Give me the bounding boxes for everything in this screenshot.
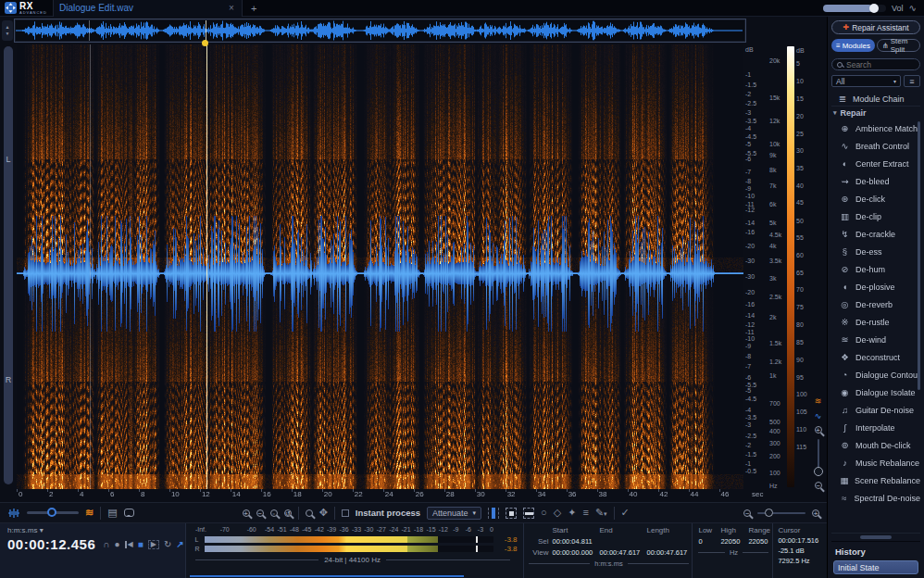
search-input[interactable]	[846, 60, 911, 69]
h-zoom-out-icon[interactable]: −	[743, 509, 751, 517]
annotations-icon[interactable]	[124, 509, 134, 517]
history-item[interactable]: Initial State	[833, 560, 918, 574]
module-item-breath-control[interactable]: ∿Breath Control	[831, 137, 920, 155]
wave-spectrogram-blend-slider[interactable]	[27, 511, 79, 514]
module-item-de-crackle[interactable]: ↯De-crackle	[831, 225, 920, 243]
waveform-blend-icon[interactable]	[7, 508, 20, 519]
module-item-ambience-match[interactable]: ⊕Ambience Match	[831, 119, 920, 137]
zoom-out-icon[interactable]: −	[256, 509, 264, 517]
time-frequency-selection-tool[interactable]	[506, 508, 517, 519]
legend-db-tick: 100	[796, 391, 807, 397]
module-item-de-rustle[interactable]: ※De-rustle	[831, 313, 920, 331]
loop-button[interactable]: ↻	[164, 540, 171, 549]
module-item-guitar-de-noise[interactable]: ♫Guitar De-noise	[831, 401, 920, 419]
module-item-deconstruct[interactable]: ❖Deconstruct	[831, 348, 920, 366]
pan-hand-tool-icon[interactable]: ✥	[319, 508, 328, 518]
vertical-zoom-knob[interactable]	[814, 467, 823, 476]
lasso-selection-tool[interactable]: ○	[541, 508, 547, 518]
frequency-tick: 4k	[769, 242, 776, 248]
time-ruler[interactable]: 0246810121416182022242628303234363840424…	[17, 489, 743, 502]
waveform-mode-icon[interactable]: ∿	[815, 411, 822, 421]
module-chain-icon: ≣	[837, 94, 848, 104]
record-button[interactable]: ●	[114, 540, 119, 549]
tab-close-icon[interactable]: ×	[227, 3, 236, 13]
repair-section-header[interactable]: ▾ Repair	[831, 107, 920, 119]
zoom-selection-icon[interactable]: ▫	[270, 509, 278, 517]
spectrogram-canvas[interactable]	[17, 44, 743, 489]
module-item-de-reverb[interactable]: ◎De-reverb	[831, 295, 920, 313]
module-item-de-plosive[interactable]: ◖De-plosive	[831, 278, 920, 295]
module-search[interactable]	[831, 58, 920, 70]
amplitude-tick: -4	[745, 125, 751, 132]
meter-scale-tick: -15	[426, 526, 435, 533]
waveform-stats-icon[interactable]: ▤	[107, 508, 117, 518]
channel-scrollbar[interactable]	[4, 46, 13, 484]
sidebar-tab-stem-split[interactable]: ⋔Stem Split	[877, 39, 920, 52]
overview-waveform[interactable]	[15, 19, 745, 42]
zoom-in-icon[interactable]: +	[243, 509, 250, 517]
module-item-de-click[interactable]: ⊛De-click	[831, 190, 920, 207]
overview-canvas[interactable]	[16, 20, 743, 41]
commit-check-icon[interactable]: ✓	[621, 508, 630, 518]
spectrogram-blend-icon[interactable]: ≋	[85, 507, 94, 519]
magic-wand-tool[interactable]: ✦	[568, 508, 576, 518]
magnify-tool-icon[interactable]	[306, 509, 313, 517]
module-item-de-ess[interactable]: §De-ess	[831, 243, 920, 260]
play-button[interactable]: ▶	[148, 540, 159, 549]
pen-tool[interactable]: ✎▾	[595, 508, 607, 518]
spectrogram-mode-icon[interactable]: ≋	[815, 396, 822, 406]
signal-generator-icon[interactable]: ∿	[909, 3, 917, 13]
horizontal-zoom-slider[interactable]	[757, 512, 805, 514]
module-item-mouth-de-click[interactable]: ⊚Mouth De-click	[831, 436, 920, 454]
send-back-button[interactable]: ↗	[176, 540, 183, 549]
horizontal-zoom-knob[interactable]	[765, 509, 773, 517]
module-item-spectral-de-noise[interactable]: ≈Spectral De-noise	[831, 489, 920, 507]
vertical-zoom-in-icon[interactable]: +	[815, 426, 822, 434]
module-item-de-wind[interactable]: ≋De-wind	[831, 331, 920, 348]
vertical-zoom-slider[interactable]	[818, 439, 819, 476]
time-format-label[interactable]: h:m:s.ms ▾	[7, 526, 185, 534]
frequency-tick: 5k	[769, 220, 776, 226]
module-chain-item[interactable]: ≣ Module Chain	[831, 92, 920, 107]
module-item-scene-rebalance[interactable]: ▦Scene Rebalance	[831, 471, 920, 489]
file-tab[interactable]: Dialogue Edit.wav ×	[53, 0, 243, 17]
harmonic-selection-tool[interactable]: ≡	[582, 508, 588, 518]
go-to-start-button[interactable]: ◀	[125, 541, 133, 548]
monitor-headphones-icon[interactable]: ∩	[103, 540, 109, 549]
legend-db-tick: 50	[796, 217, 804, 223]
panel-resize-handle[interactable]	[831, 533, 920, 541]
time-tick-mark	[78, 489, 79, 492]
add-tab-button[interactable]: +	[243, 3, 265, 14]
module-item-music-rebalance[interactable]: ♪Music Rebalance	[831, 454, 920, 471]
process-mode-dropdown[interactable]: Attenuate ▾	[427, 507, 481, 520]
module-item-de-hum[interactable]: ⊘De-hum	[831, 260, 920, 278]
blend-slider-knob[interactable]	[47, 508, 56, 517]
volume-slider[interactable]	[823, 5, 886, 12]
module-item-interpolate[interactable]: ∫Interpolate	[831, 419, 920, 436]
module-list-scrollbar[interactable]	[918, 121, 920, 390]
module-item-de-bleed[interactable]: ⇝De-bleed	[831, 172, 920, 190]
category-filter-dropdown[interactable]: All ▾	[831, 75, 901, 87]
instant-process-checkbox[interactable]	[342, 509, 349, 517]
playhead-line[interactable]	[206, 44, 207, 489]
sidebar-tab-modules[interactable]: ≡Modules	[831, 39, 875, 52]
list-options-button[interactable]: ≡	[904, 75, 920, 87]
meter-scale-tick: -24	[389, 526, 398, 533]
overview-expand-icon[interactable]: ▲▼	[2, 20, 13, 41]
module-item-dialogue-isolate[interactable]: ◉Dialogue Isolate	[831, 383, 920, 401]
module-item-dialogue-contour[interactable]: ◔Dialogue Contour	[831, 366, 920, 383]
h-zoom-in-icon[interactable]: +	[812, 509, 819, 517]
vertical-zoom-out-icon[interactable]: −	[815, 482, 822, 489]
module-item-de-clip[interactable]: ▥De-clip	[831, 207, 920, 225]
level-meters-block[interactable]: -Inf.-70-60-54-51-48-45-42-39-36-33-30-2…	[186, 523, 523, 578]
playhead-marker-dot[interactable]	[202, 40, 208, 46]
spectrogram-color-legend[interactable]	[787, 46, 794, 487]
repair-assistant-button[interactable]: ✚ Repair Assistant	[831, 20, 920, 34]
volume-slider-knob[interactable]	[869, 4, 879, 13]
brush-selection-tool[interactable]: ◇	[554, 508, 561, 518]
stop-button[interactable]: ■	[138, 540, 144, 549]
time-selection-tool[interactable]	[488, 508, 499, 519]
zoom-reset-icon[interactable]: ↺	[284, 509, 292, 517]
module-item-center-extract[interactable]: ◐Center Extract	[831, 155, 920, 172]
frequency-selection-tool[interactable]	[523, 508, 534, 519]
